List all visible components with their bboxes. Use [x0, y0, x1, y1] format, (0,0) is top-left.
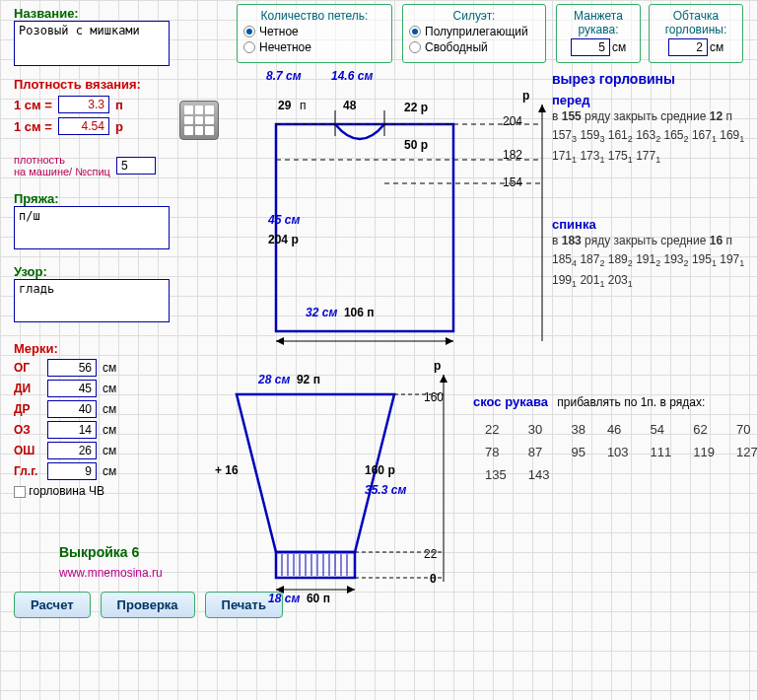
merki-input[interactable]: [47, 359, 97, 377]
silhouette-title: Силуэт:: [409, 9, 539, 23]
svg-marker-32: [347, 586, 355, 594]
machine-input[interactable]: [116, 157, 156, 175]
merki-input[interactable]: [47, 380, 97, 397]
site-url: www.mnemosina.ru: [59, 566, 163, 580]
merki-input[interactable]: [47, 442, 97, 459]
merki-row: ОЗсм: [14, 421, 116, 439]
sleeve-rows-table: 22303846546270788795103111119127135143: [473, 417, 757, 487]
neckline-front-label: перед: [552, 93, 749, 107]
neckline-back-label: спинка: [552, 217, 749, 232]
radio-icon: [243, 26, 255, 37]
neckline-front-chain: 1573 1593 1612 1632 1652 1671 1691 1711 …: [552, 126, 749, 168]
merki-row: Гл.г.см: [14, 462, 116, 480]
svg-marker-7: [276, 337, 284, 345]
calculator-icon[interactable]: [179, 101, 219, 140]
sleeve-slope-note: прибавлять по 1п. в рядах:: [557, 395, 705, 409]
svg-marker-8: [446, 337, 453, 345]
pattern-input[interactable]: гладь: [14, 279, 170, 322]
loops-odd[interactable]: Нечетное: [243, 40, 385, 54]
sleeve-slope-title: скос рукава: [473, 394, 548, 409]
collar-checkbox-row[interactable]: горловина ЧВ: [14, 484, 116, 498]
svg-rect-0: [276, 124, 453, 331]
svg-marker-10: [538, 105, 546, 112]
pattern-title: Узор:: [14, 264, 170, 279]
merki-title: Мерки:: [14, 341, 116, 356]
radio-icon: [409, 41, 421, 53]
loops-title: Количество петель:: [243, 9, 385, 23]
neckline-title: вырез горловины: [552, 71, 749, 87]
calc-button[interactable]: Расчет: [14, 592, 91, 618]
neckfacing-input[interactable]: [668, 38, 708, 56]
neckline-back-text: в 183 ряду закрыть средние 16 п: [552, 232, 749, 250]
merki-row: ОГсм: [14, 359, 116, 377]
machine-label: плотность на машине/ №спиц: [14, 154, 110, 177]
yarn-input[interactable]: п/ш: [14, 206, 170, 249]
check-button[interactable]: Проверка: [101, 592, 195, 618]
density-title: Плотность вязания:: [14, 77, 141, 92]
neckline-back-chain: 1854 1872 1892 1912 1932 1951 1971 1991 …: [552, 250, 749, 292]
sil-semi[interactable]: Полуприлегающий: [409, 25, 539, 38]
checkbox-icon: [14, 486, 26, 498]
merki-row: ДИсм: [14, 380, 116, 397]
yarn-title: Пряжа:: [14, 191, 170, 206]
merki-input[interactable]: [47, 462, 97, 480]
neckline-front-text: в 155 ряду закрыть средние 12 п: [552, 107, 749, 126]
merki-input[interactable]: [47, 400, 97, 418]
neckfacing-title: Обтачка горловины:: [655, 9, 736, 36]
name-input[interactable]: Розовый с мишками: [14, 21, 170, 66]
sil-free[interactable]: Свободный: [409, 40, 539, 54]
name-label: Название:: [14, 6, 170, 21]
density-r-input[interactable]: [58, 117, 109, 135]
radio-icon: [243, 41, 255, 53]
merki-input[interactable]: [47, 421, 97, 439]
svg-marker-29: [440, 375, 447, 383]
merki-row: ДРсм: [14, 400, 116, 418]
loops-even[interactable]: Четное: [243, 25, 385, 38]
cuff-input[interactable]: [571, 38, 610, 56]
radio-icon: [409, 26, 421, 37]
pattern-number: Выкройка 6: [59, 544, 163, 560]
merki-row: ОШсм: [14, 442, 116, 459]
density-p-input[interactable]: [58, 96, 109, 113]
cuff-title: Манжета рукава:: [563, 9, 634, 36]
